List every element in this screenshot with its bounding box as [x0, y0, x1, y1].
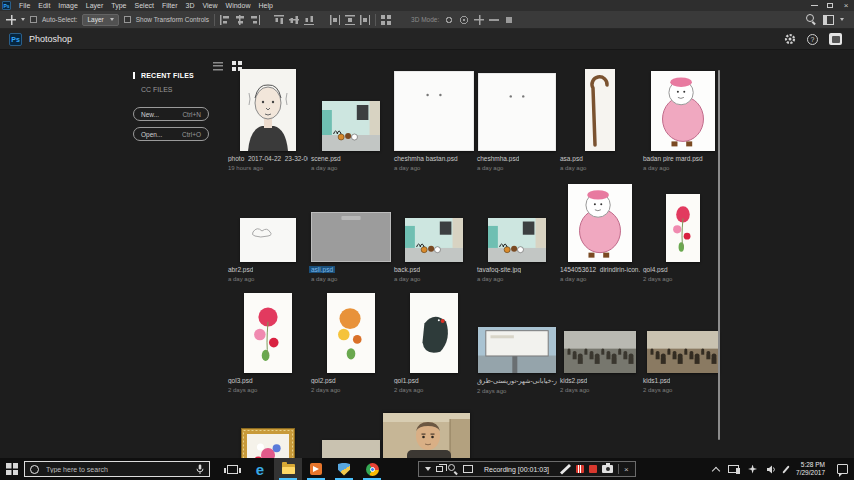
restore-button[interactable] [822, 0, 838, 11]
distribute-center-icon[interactable] [360, 15, 370, 25]
help-icon[interactable]: ? [807, 34, 818, 45]
file-card[interactable] [226, 401, 309, 458]
file-card[interactable]: بلوار-خیابانی-شهر-توریستی-طرق2 days ago [475, 290, 558, 401]
file-card[interactable]: abr2.psda day ago [226, 179, 309, 290]
recorder-restore-icon[interactable] [436, 466, 443, 472]
pencil-icon[interactable] [560, 464, 571, 475]
edge-button[interactable]: e [246, 458, 274, 480]
open-button-shortcut: Ctrl+O [182, 131, 201, 138]
file-card[interactable]: gol1.psd2 days ago [392, 290, 475, 401]
file-date: 19 hours ago [226, 165, 263, 171]
file-date: 2 days ago [641, 276, 672, 282]
sidebar-item-cc-files[interactable]: CC FILES [133, 86, 223, 93]
3d-orbit-icon[interactable] [444, 15, 454, 25]
pen-tray-icon[interactable] [782, 465, 789, 473]
antivirus-button[interactable] [330, 458, 358, 480]
menu-item-file[interactable]: File [15, 0, 34, 11]
stop-button[interactable] [589, 465, 597, 473]
recorder-close-icon[interactable]: × [624, 465, 629, 474]
scrollbar[interactable] [718, 70, 720, 440]
menu-item-image[interactable]: Image [54, 0, 81, 11]
file-explorer-button[interactable] [274, 458, 302, 480]
distribute-horizontal-icon[interactable] [330, 15, 340, 25]
menu-item-view[interactable]: View [199, 0, 222, 11]
file-card[interactable] [309, 401, 392, 458]
close-button[interactable]: × [838, 0, 854, 11]
taskbar-search[interactable] [24, 461, 210, 477]
3d-roll-icon[interactable] [459, 15, 469, 25]
open-button[interactable]: Open... Ctrl+O [133, 127, 209, 141]
tool-preset-caret-icon[interactable] [21, 18, 25, 21]
file-name: kids1.psd [641, 377, 670, 384]
task-view-button[interactable] [218, 458, 246, 480]
profile-photo-icon[interactable] [829, 33, 842, 45]
taskbar-clock[interactable]: 5:28 PM 7/29/2017 [796, 461, 825, 477]
file-card[interactable]: 1454053612_dirindirin-icon.p...a day ago [558, 179, 641, 290]
file-card[interactable]: gol2.psd2 days ago [309, 290, 392, 401]
arrange-icon[interactable] [381, 15, 391, 25]
menu-item-layer[interactable]: Layer [82, 0, 108, 11]
menu-item-help[interactable]: Help [254, 0, 276, 11]
file-card[interactable]: cheshmha bastan.psda day ago [392, 68, 475, 179]
3d-slide-icon[interactable] [489, 15, 499, 25]
volume-icon[interactable] [766, 465, 776, 474]
file-card[interactable]: scene.psda day ago [309, 68, 392, 179]
file-card[interactable]: kids2.psd2 days ago [558, 290, 641, 401]
file-card[interactable]: kids1.psd2 days ago [641, 290, 724, 401]
file-card[interactable]: photo_2017-04-22_23-32-06...19 hours ago [226, 68, 309, 179]
menu-item-window[interactable]: Window [222, 0, 255, 11]
recorder-zoom-icon[interactable] [448, 464, 458, 474]
file-card[interactable]: asa.psda day ago [558, 68, 641, 179]
menu-item-type[interactable]: Type [107, 0, 130, 11]
workspace-icon[interactable] [823, 15, 834, 25]
workspace-caret-icon[interactable] [840, 18, 844, 21]
search-icon[interactable] [806, 14, 817, 25]
show-transform-checkbox[interactable] [124, 16, 131, 23]
align-center-icon[interactable] [235, 15, 245, 25]
file-name: cheshmha.psd [475, 155, 519, 162]
device-tray-icon[interactable] [728, 465, 739, 473]
menu-item-select[interactable]: Select [131, 0, 158, 11]
new-button[interactable]: New... Ctrl+N [133, 107, 209, 121]
align-left-icon[interactable] [220, 15, 230, 25]
menu-item-filter[interactable]: Filter [158, 0, 182, 11]
list-view-icon[interactable] [213, 62, 223, 71]
3d-scale-icon[interactable] [504, 15, 514, 25]
file-card[interactable]: gol4.psd2 days ago [641, 179, 724, 290]
auto-select-checkbox[interactable] [30, 16, 37, 23]
file-card[interactable]: badan pire mard.psda day ago [641, 68, 724, 179]
file-card[interactable]: asli.psda day ago [309, 179, 392, 290]
new-button-shortcut: Ctrl+N [182, 111, 201, 118]
file-card[interactable]: back.psda day ago [392, 179, 475, 290]
align-middle-icon[interactable] [289, 15, 299, 25]
search-input[interactable] [44, 465, 174, 474]
gear-icon[interactable] [784, 33, 796, 45]
distribute-vertical-icon[interactable] [345, 15, 355, 25]
action-center-icon[interactable] [837, 464, 848, 474]
sidebar-item-recent-files[interactable]: RECENT FILES [133, 72, 223, 79]
align-right-icon[interactable] [250, 15, 260, 25]
file-card[interactable]: tavafoq-site.jpga day ago [475, 179, 558, 290]
minimize-button[interactable] [806, 0, 822, 11]
start-button[interactable] [0, 458, 24, 480]
pause-button[interactable] [576, 465, 584, 473]
hidden-icons-chevron[interactable] [712, 466, 720, 474]
move-tool-icon[interactable] [6, 15, 16, 25]
menu-item-3d[interactable]: 3D [182, 0, 199, 11]
recorder-region-icon[interactable] [463, 465, 473, 473]
3d-pan-icon[interactable] [474, 15, 484, 25]
file-name: asa.psd [558, 155, 583, 162]
menu-item-edit[interactable]: Edit [34, 0, 54, 11]
media-app-icon [310, 463, 322, 475]
file-card[interactable]: cheshmha.psda day ago [475, 68, 558, 179]
navigation-tray-icon[interactable] [748, 465, 757, 474]
align-top-icon[interactable] [274, 15, 284, 25]
microphone-icon[interactable] [196, 464, 204, 475]
align-bottom-icon[interactable] [304, 15, 314, 25]
file-card[interactable]: gol3.psd2 days ago [226, 290, 309, 401]
media-app-button[interactable] [302, 458, 330, 480]
auto-select-dropdown[interactable]: Layer [82, 14, 118, 26]
recorder-menu-icon[interactable] [425, 467, 431, 471]
chrome-button[interactable] [358, 458, 386, 480]
camera-icon[interactable] [602, 465, 613, 473]
